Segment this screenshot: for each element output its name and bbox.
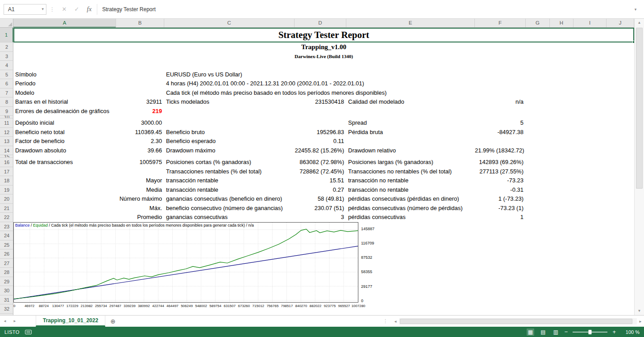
row-header-14[interactable]: 14 — [0, 146, 13, 156]
report-subtitle[interactable]: Trapping_v1.00 — [13, 42, 634, 52]
column-header-J[interactable]: J — [607, 19, 634, 28]
cell-D22[interactable]: 3 — [295, 213, 346, 222]
cell-C14[interactable]: Drawdown máximo — [164, 146, 216, 156]
cell-B22[interactable]: Promedio — [116, 213, 164, 222]
tab-scroll-left-icon[interactable]: ◄ — [0, 316, 10, 327]
scroll-right-icon[interactable]: ► — [637, 320, 644, 324]
row-header-9[interactable]: 9 — [0, 107, 13, 116]
row-header-32[interactable]: 32 — [0, 304, 13, 314]
row-header-12[interactable]: 12 — [0, 128, 13, 137]
scroll-down-icon[interactable]: ▼ — [635, 308, 644, 315]
row-header-18[interactable]: 18 — [0, 176, 13, 185]
cell-A16[interactable]: Total de transacciones — [13, 158, 73, 167]
cell-B16[interactable]: 1005975 — [116, 158, 164, 167]
cell-C8[interactable]: Ticks modelados — [164, 97, 209, 107]
cell-F21[interactable]: -73.23 (1) — [475, 204, 526, 213]
cell-name-box[interactable]: A1 ▾ — [4, 4, 46, 15]
cell-B13[interactable]: 2.30 — [116, 137, 164, 146]
row-header-26[interactable]: 26 — [0, 249, 13, 259]
scroll-left-icon[interactable]: ◄ — [392, 320, 399, 324]
column-header-I[interactable]: I — [573, 19, 607, 28]
column-header-E[interactable]: E — [346, 19, 475, 28]
cell-F16[interactable]: 142893 (69.26%) — [475, 158, 526, 167]
cell-C19[interactable]: transacción rentable — [164, 185, 218, 195]
cancel-icon[interactable]: ✕ — [58, 6, 71, 13]
cell-E19[interactable]: transacción no rentable — [346, 185, 408, 195]
horizontal-scrollbar-track[interactable] — [399, 318, 637, 324]
cell-E18[interactable]: transacción no rentable — [346, 176, 408, 185]
cell-C12[interactable]: Beneficio bruto — [164, 128, 205, 137]
cell-D16[interactable]: 863082 (72.98%) — [295, 158, 346, 167]
cell-C18[interactable]: transacción rentable — [164, 176, 218, 185]
cell-B21[interactable]: Máx. — [116, 204, 164, 213]
cell-A8[interactable]: Barras en el historial — [13, 97, 68, 107]
cell-F18[interactable]: -73.23 — [475, 176, 526, 185]
row-header-11[interactable]: 11 — [0, 118, 13, 128]
page-break-view-icon[interactable]: ▥ — [552, 329, 559, 336]
cell-C20[interactable]: ganancias consecutivas (beneficio en din… — [164, 194, 282, 204]
column-header-F[interactable]: F — [475, 19, 526, 28]
zoom-in-icon[interactable]: + — [612, 329, 616, 335]
insert-function-icon[interactable]: fx — [83, 5, 96, 13]
formula-bar-drag-dots-icon[interactable]: ⋮ — [50, 6, 55, 13]
cell-D12[interactable]: 195296.83 — [295, 128, 346, 137]
add-sheet-button[interactable]: ⊕ — [105, 316, 120, 327]
cell-F22[interactable]: 1 — [475, 213, 526, 222]
cell-B20[interactable]: Número máximo — [116, 194, 164, 204]
cell-B18[interactable]: Mayor — [116, 176, 164, 185]
column-header-G[interactable]: G — [526, 19, 550, 28]
row-header-6[interactable]: 6 — [0, 79, 13, 88]
cell-E11[interactable]: Spread — [346, 118, 367, 128]
cell-A5[interactable]: Símbolo — [13, 70, 37, 80]
name-box-dropdown-icon[interactable]: ▾ — [42, 7, 44, 11]
vertical-scrollbar-thumb[interactable] — [636, 28, 643, 189]
horizontal-scrollbar-thumb[interactable] — [400, 319, 632, 324]
cell-A6[interactable]: Período — [13, 79, 36, 88]
row-header-17[interactable]: 17 — [0, 167, 13, 177]
cell-D21[interactable]: 230.07 (51) — [295, 204, 346, 213]
row-header-5[interactable]: 5 — [0, 70, 13, 80]
formula-bar-expand-icon[interactable]: ▾ — [631, 7, 640, 12]
cell-D17[interactable]: 728862 (72.45%) — [295, 167, 346, 177]
cell-D20[interactable]: 58 (49.81) — [295, 194, 346, 204]
zoom-slider[interactable] — [573, 332, 607, 333]
cell-F11[interactable]: 5 — [475, 118, 526, 128]
zoom-slider-thumb[interactable] — [589, 330, 592, 334]
cell-C16[interactable]: Posiciones cortas (% ganadoras) — [164, 158, 251, 167]
report-build[interactable]: Darwinex-Live (Build 1340) — [13, 52, 634, 61]
cell-E14[interactable]: Drawdown relativo — [346, 146, 396, 156]
sheet-tab[interactable]: Trapping_10_01_2022 — [36, 316, 105, 327]
row-header-1[interactable]: 1 — [0, 28, 13, 42]
cell-E8[interactable]: Calidad del modelado — [346, 97, 404, 107]
row-header-3[interactable]: 3 — [0, 52, 13, 61]
cell-D13[interactable]: 0.11 — [295, 137, 346, 146]
cell-C13[interactable]: Beneficio esperado — [164, 137, 216, 146]
zoom-out-icon[interactable]: − — [565, 329, 568, 335]
cell-A9[interactable]: Errores de desalineación de gráficos — [13, 107, 109, 116]
cell-F19[interactable]: -0.31 — [475, 185, 526, 195]
row-header-20[interactable]: 20 — [0, 194, 13, 204]
row-header-22[interactable]: 22 — [0, 213, 13, 222]
cell-E20[interactable]: pérdidas consecutivas (pérdidas en diner… — [346, 194, 459, 204]
row-header-23[interactable]: 23 — [0, 222, 13, 232]
row-header-16[interactable]: 16 — [0, 158, 13, 167]
column-header-H[interactable]: H — [550, 19, 573, 28]
row-header-21[interactable]: 21 — [0, 204, 13, 213]
row-header-25[interactable]: 25 — [0, 240, 13, 250]
column-header-C[interactable]: C — [164, 19, 295, 28]
cell-B9[interactable]: 219 — [116, 107, 164, 116]
row-header-30[interactable]: 30 — [0, 286, 13, 295]
row-header-8[interactable]: 8 — [0, 97, 13, 107]
cell-B19[interactable]: Media — [116, 185, 164, 195]
cell-A13[interactable]: Factor de beneficio — [13, 137, 65, 146]
tab-splitter-icon[interactable]: ⋮ — [383, 316, 388, 327]
column-header-B[interactable]: B — [116, 19, 164, 28]
cell-C21[interactable]: beneficio consecutivo (número de gananci… — [164, 204, 283, 213]
cell-D19[interactable]: 0.27 — [295, 185, 346, 195]
cell-C6[interactable]: 4 horas (H4) 2002.01.01 00:00 - 2021.12.… — [164, 79, 364, 88]
cell-D18[interactable]: 15.51 — [295, 176, 346, 185]
row-header-7[interactable]: 7 — [0, 88, 13, 98]
cell-F8[interactable]: n/a — [475, 97, 526, 107]
column-header-D[interactable]: D — [295, 19, 346, 28]
row-header-19[interactable]: 19 — [0, 185, 13, 195]
